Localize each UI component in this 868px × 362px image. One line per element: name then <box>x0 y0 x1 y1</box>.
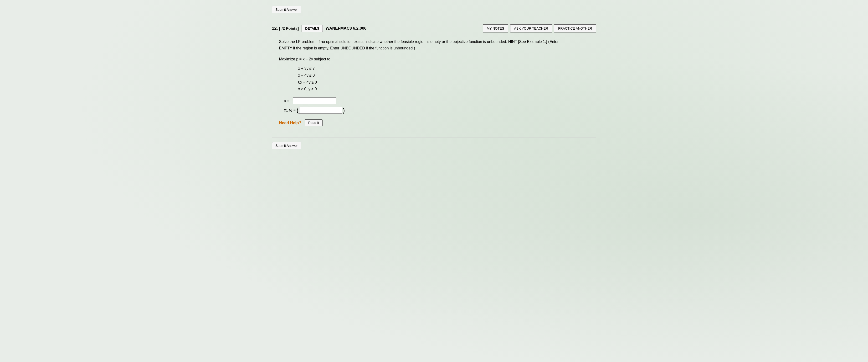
need-help-row: Need Help? Read It <box>279 119 589 126</box>
page-container: Submit Answer 12. [-/2 Points] DETAILS W… <box>267 2 601 153</box>
description-line1: Solve the LP problem. If no optimal solu… <box>279 38 589 45</box>
p-input[interactable] <box>293 98 336 104</box>
description-line2: EMPTY if the region is empty. Enter UNBO… <box>279 45 589 51</box>
constraint-1: x + 3y ≤ 7 <box>298 65 589 72</box>
xy-answer-row: (x, y) = ( ) <box>284 107 589 114</box>
header-actions: MY NOTES ASK YOUR TEACHER PRACTICE ANOTH… <box>483 24 596 32</box>
maximize-label: Maximize p = x − 2y subject to <box>279 56 589 62</box>
p-label: p = <box>284 98 291 104</box>
ask-teacher-button[interactable]: ASK YOUR TEACHER <box>510 24 552 32</box>
practice-another-button[interactable]: PRACTICE ANOTHER <box>554 24 596 32</box>
constraint-4: x ≥ 0, y ≥ 0. <box>298 86 589 93</box>
problem-code: WANEFMAC8 6.2.006. <box>326 26 480 31</box>
answer-section: p = (x, y) = ( ) <box>284 98 589 114</box>
xy-input[interactable] <box>299 107 342 114</box>
bottom-submit-button[interactable]: Submit Answer <box>272 142 301 149</box>
my-notes-button[interactable]: MY NOTES <box>483 24 508 32</box>
bottom-submit-row: Submit Answer <box>272 140 596 153</box>
p-answer-row: p = <box>284 98 589 104</box>
need-help-text: Need Help? <box>279 120 302 126</box>
read-it-button[interactable]: Read It <box>305 119 322 126</box>
constraints: x + 3y ≤ 7 x − 4y ≤ 0 8x − 4y ≥ 0 x ≥ 0,… <box>298 65 589 93</box>
left-paren: ( <box>297 107 299 114</box>
question-number: 12. [-/2 Points] <box>272 26 299 31</box>
xy-label: (x, y) = <box>284 107 296 113</box>
constraint-2: x − 4y ≤ 0 <box>298 72 589 79</box>
question-body: Solve the LP problem. If no optimal solu… <box>272 36 596 136</box>
question-header: 12. [-/2 Points] DETAILS WANEFMAC8 6.2.0… <box>272 22 596 36</box>
top-submit-button[interactable]: Submit Answer <box>272 6 301 13</box>
top-submit-row: Submit Answer <box>272 2 596 18</box>
constraint-3: 8x − 4y ≥ 0 <box>298 79 589 86</box>
right-paren: ) <box>343 107 345 114</box>
details-button[interactable]: DETAILS <box>302 25 323 32</box>
problem-description: Solve the LP problem. If no optimal solu… <box>279 38 589 51</box>
